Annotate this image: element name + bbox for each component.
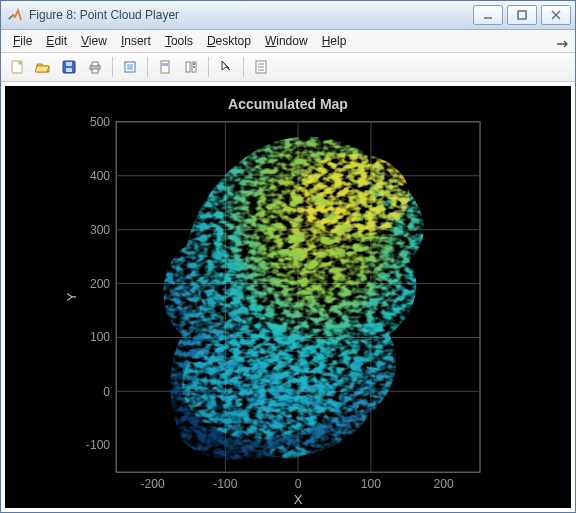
open-button[interactable]: [31, 56, 55, 78]
svg-text:-100: -100: [213, 477, 238, 491]
menu-file[interactable]: File: [7, 32, 38, 50]
menubar: File Edit View Insert Tools Desktop Wind…: [1, 30, 575, 53]
svg-rect-6: [66, 68, 72, 72]
toolbar-separator: [112, 57, 113, 77]
menu-view[interactable]: View: [75, 32, 113, 50]
svg-text:100: 100: [90, 331, 111, 345]
window-title: Figure 8: Point Cloud Player: [29, 8, 473, 22]
svg-text:-200: -200: [140, 477, 165, 491]
close-button[interactable]: [541, 5, 571, 25]
insert-colorbar-button[interactable]: [179, 56, 203, 78]
svg-point-35: [182, 330, 344, 439]
toolbar-separator: [147, 57, 148, 77]
svg-rect-14: [162, 63, 168, 66]
properties-button[interactable]: [249, 56, 273, 78]
window-buttons: [473, 5, 571, 25]
maximize-button[interactable]: [507, 5, 537, 25]
menu-help[interactable]: Help: [316, 32, 353, 50]
menu-tools[interactable]: Tools: [159, 32, 199, 50]
pan-button[interactable]: [118, 56, 142, 78]
x-tick-labels: -200 -100 0 100 200: [140, 477, 454, 491]
toolbar-separator: [243, 57, 244, 77]
minimize-button[interactable]: [473, 5, 503, 25]
svg-text:200: 200: [90, 277, 111, 291]
y-tick-labels: -100 0 100 200 300 400 500: [86, 115, 111, 452]
print-button[interactable]: [83, 56, 107, 78]
save-button[interactable]: [57, 56, 81, 78]
menu-insert[interactable]: Insert: [115, 32, 157, 50]
svg-text:0: 0: [295, 477, 302, 491]
svg-rect-12: [127, 64, 133, 70]
toolbar-separator: [208, 57, 209, 77]
svg-rect-18: [193, 66, 195, 68]
menu-window[interactable]: Window: [259, 32, 314, 50]
svg-text:200: 200: [434, 477, 455, 491]
svg-text:400: 400: [90, 169, 111, 183]
menu-edit[interactable]: Edit: [40, 32, 73, 50]
svg-text:-100: -100: [86, 438, 111, 452]
svg-rect-17: [193, 63, 195, 65]
dock-icon[interactable]: [555, 34, 569, 48]
svg-text:100: 100: [361, 477, 382, 491]
y-axis-label: Y: [64, 292, 79, 301]
svg-text:300: 300: [90, 223, 111, 237]
svg-rect-13: [161, 61, 169, 73]
titlebar[interactable]: Figure 8: Point Cloud Player: [1, 1, 575, 30]
svg-point-36: [270, 446, 306, 458]
menu-desktop[interactable]: Desktop: [201, 32, 257, 50]
svg-rect-10: [92, 69, 98, 73]
svg-point-34: [268, 195, 369, 275]
matlab-icon: [7, 7, 23, 23]
svg-text:0: 0: [103, 385, 110, 399]
svg-rect-7: [66, 62, 72, 66]
figure-window: Figure 8: Point Cloud Player File Edit V…: [0, 0, 576, 513]
link-button[interactable]: [153, 56, 177, 78]
figure-content: Accumulated Map: [1, 82, 575, 512]
svg-rect-9: [92, 62, 98, 66]
toolbar: [1, 53, 575, 82]
edit-plot-button[interactable]: [214, 56, 238, 78]
x-axis-label: X: [294, 492, 303, 507]
point-cloud: [164, 137, 424, 460]
new-figure-button[interactable]: [5, 56, 29, 78]
svg-rect-1: [518, 11, 526, 19]
svg-rect-15: [186, 62, 190, 72]
axes-svg: -200 -100 0 100 200 -100 0 100 200 300 4…: [5, 86, 571, 508]
svg-text:500: 500: [90, 115, 111, 129]
axes[interactable]: Accumulated Map: [5, 86, 571, 508]
